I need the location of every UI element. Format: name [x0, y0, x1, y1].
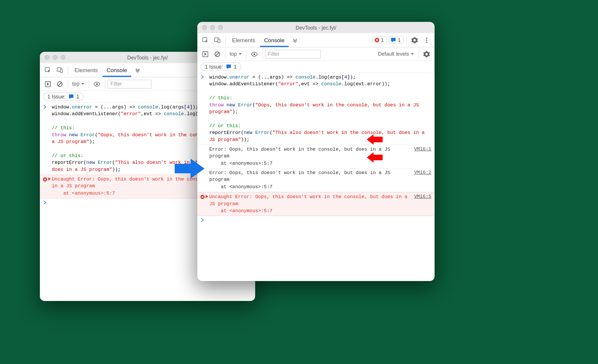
traffic-close[interactable] [45, 55, 49, 60]
chevron-down-icon [81, 82, 84, 86]
error-count-badge[interactable]: 1 [372, 36, 387, 44]
prompt-icon [200, 74, 205, 79]
more-tabs-icon[interactable] [132, 64, 143, 76]
console-error-row[interactable]: Uncaught Error: Oops, this doesn't work … [197, 192, 434, 216]
console-log-row[interactable]: Error: Oops, this doesn't work in the co… [197, 145, 434, 169]
source-location-link[interactable]: VM16:1 [411, 146, 431, 152]
info-count: 1 [398, 37, 401, 43]
execute-icon[interactable] [200, 48, 211, 59]
disclosure-triangle-icon[interactable] [48, 176, 52, 183]
error-circle-icon [42, 176, 48, 182]
filter-input[interactable]: Filter [108, 79, 152, 88]
console-log-row[interactable]: Error: Oops, this doesn't work in the co… [197, 169, 434, 192]
source-location-link[interactable]: VM16:2 [411, 170, 431, 175]
speech-bubble-icon [68, 94, 74, 100]
log-message: Error: Oops, this doesn't work in the co… [209, 170, 411, 190]
issues-chip[interactable]: 1 Issue: 1 [43, 93, 84, 101]
filter-input[interactable]: Filter [265, 50, 321, 58]
devtools-window-after: DevTools - jec.fyi/ Elements Console 1 [197, 22, 434, 281]
console-prompt-row[interactable] [197, 216, 434, 224]
traffic-zoom[interactable] [61, 55, 65, 60]
eye-icon[interactable] [91, 78, 103, 89]
disclosure-triangle-icon[interactable] [205, 194, 209, 200]
speech-bubble-icon [225, 64, 231, 70]
issues-chip[interactable]: 1 Issue: 1 [201, 63, 241, 71]
traffic-close[interactable] [202, 25, 207, 30]
svg-point-19 [254, 53, 255, 55]
inspect-icon[interactable] [42, 64, 53, 76]
more-tabs-icon[interactable] [289, 35, 300, 46]
tab-elements[interactable]: Elements [228, 33, 259, 47]
blue-arrow-annotation [175, 159, 205, 180]
chevron-down-icon [411, 52, 414, 56]
clear-console-icon[interactable] [212, 48, 223, 59]
console-output: window.onerror = (...args) => console.lo… [197, 73, 434, 281]
inspect-icon[interactable] [200, 35, 211, 46]
tab-elements[interactable]: Elements [71, 63, 102, 77]
tab-console[interactable]: Console [103, 63, 131, 77]
tab-console[interactable]: Console [260, 33, 288, 47]
svg-rect-2 [60, 69, 62, 72]
chevron-down-icon [238, 52, 242, 56]
error-circle-icon [374, 38, 379, 43]
speech-bubble-icon [390, 37, 396, 43]
svg-point-13 [426, 38, 427, 39]
execute-icon[interactable] [42, 78, 53, 89]
traffic-zoom[interactable] [218, 25, 223, 30]
error-count: 1 [381, 37, 384, 43]
device-toggle-icon[interactable] [212, 35, 223, 46]
context-selector[interactable]: top [228, 51, 244, 57]
svg-point-14 [426, 40, 427, 41]
red-arrow-annotation [367, 152, 383, 164]
error-message: Uncaught Error: Oops, this doesn't work … [209, 194, 411, 215]
more-vertical-icon[interactable] [421, 35, 432, 46]
prompt-icon [42, 104, 48, 109]
traffic-minimize[interactable] [210, 25, 215, 30]
context-selector[interactable]: top [71, 81, 86, 87]
issues-bar: 1 Issue: 1 [197, 61, 434, 73]
console-toolbar: top Filter Default levels [197, 47, 434, 61]
red-arrow-annotation [367, 134, 383, 146]
svg-rect-11 [218, 39, 220, 42]
svg-point-7 [96, 83, 98, 85]
gear-icon[interactable] [421, 48, 432, 59]
prompt-icon [200, 217, 205, 222]
eye-icon[interactable] [249, 48, 260, 59]
titlebar[interactable]: DevTools - jec.fyi/ [197, 22, 434, 33]
device-toggle-icon[interactable] [54, 64, 65, 76]
main-tabbar: Elements Console 1 1 [197, 33, 434, 47]
console-input-code: window.onerror = (...args) => console.lo… [209, 74, 431, 144]
gear-icon[interactable] [409, 35, 420, 46]
traffic-minimize[interactable] [53, 55, 57, 60]
error-circle-icon [200, 194, 205, 199]
prompt-icon [42, 200, 48, 204]
console-input-row[interactable]: window.onerror = (...args) => console.lo… [197, 73, 434, 145]
source-location-link[interactable]: VM16:5 [411, 194, 431, 199]
info-count-badge[interactable]: 1 [388, 36, 404, 44]
window-title: DevTools - jec.fyi/ [197, 25, 434, 30]
svg-point-15 [426, 41, 427, 42]
log-levels-selector[interactable]: Default levels [376, 51, 416, 57]
clear-console-icon[interactable] [54, 78, 65, 89]
svg-line-6 [58, 82, 62, 86]
svg-line-18 [215, 52, 219, 56]
